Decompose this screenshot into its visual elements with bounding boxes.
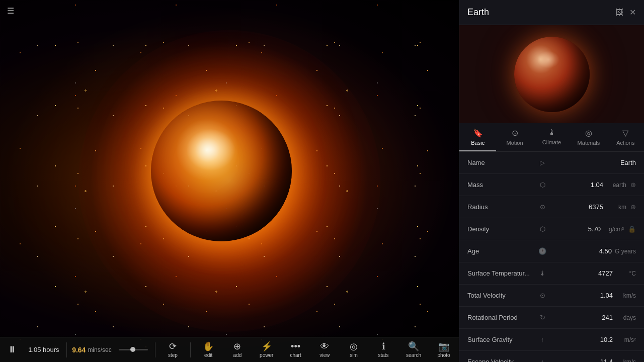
prop-surface-temp-unit: °C <box>616 270 636 277</box>
photo-icon: 📷 <box>438 342 449 351</box>
panel-close-icon[interactable]: ✕ <box>629 8 636 17</box>
prop-escape-velocity-value: 11.4 <box>551 358 613 362</box>
prop-mass-icon: ⬡ <box>538 181 547 189</box>
prop-escape-velocity-icon: ↑ <box>538 358 547 362</box>
prop-escape-velocity-unit: km/s <box>616 358 636 363</box>
power-button[interactable]: ⚡ power <box>252 337 281 363</box>
prop-mass-unit: earth <box>606 182 626 189</box>
step-button[interactable]: ⟳ step <box>158 337 187 363</box>
edit-label: edit <box>204 352 212 358</box>
prop-age-icon: 🕐 <box>538 247 547 255</box>
prop-mass-action[interactable]: ⊕ <box>630 181 636 189</box>
edit-button[interactable]: ✋ edit <box>194 337 223 363</box>
panel-image-icon[interactable]: 🖼 <box>615 8 623 17</box>
photo-label: photo <box>438 352 450 358</box>
tab-basic[interactable]: 🔖 Basic <box>459 123 496 151</box>
prop-surface-gravity-value: 10.2 <box>551 336 613 343</box>
chart-label: chart <box>290 352 301 358</box>
prop-age-unit: G years <box>615 248 636 255</box>
prop-name[interactable]: Name ▷ Earth <box>459 152 644 174</box>
tab-basic-icon: 🔖 <box>473 128 483 138</box>
tab-motion-label: Motion <box>507 140 523 146</box>
planet[interactable] <box>151 101 292 241</box>
prop-radius[interactable]: Radius ⊙ 6375 km ⊕ <box>459 196 644 218</box>
prop-name-label: Name <box>467 159 538 166</box>
prop-surface-temp[interactable]: Surface Temperatur... 🌡 4727 °C <box>459 262 644 285</box>
prop-name-icon: ▷ <box>538 159 547 166</box>
prop-surface-temp-value: 4727 <box>551 269 613 277</box>
prop-age[interactable]: Age 🕐 4.50 G years <box>459 240 644 262</box>
tab-climate-icon: 🌡 <box>548 128 556 137</box>
prop-radius-value: 6375 <box>551 203 603 211</box>
power-label: power <box>260 352 273 358</box>
prop-rotational-period-value: 241 <box>551 314 613 321</box>
prop-total-velocity[interactable]: Total Velocity ⊙ 1.04 km/s <box>459 285 644 307</box>
hamburger-menu[interactable]: ☰ <box>7 6 14 16</box>
tab-motion[interactable]: ⊙ Motion <box>496 123 533 151</box>
properties-list: Name ▷ Earth Mass ⬡ 1.04 earth ⊕ Radius … <box>459 152 644 362</box>
add-label: add <box>233 352 242 358</box>
sim-button[interactable]: ◎ sim <box>339 337 368 363</box>
edit-icon: ✋ <box>203 342 214 351</box>
panel-tabs: 🔖 Basic ⊙ Motion 🌡 Climate ◎ Materials ▽… <box>459 123 644 152</box>
add-button[interactable]: ⊕ add <box>223 337 252 363</box>
prop-surface-gravity-unit: m/s² <box>616 336 636 343</box>
prop-radius-action[interactable]: ⊕ <box>630 203 636 211</box>
toolbar-separator-2 <box>155 342 155 357</box>
photo-button[interactable]: 📷 photo <box>429 337 459 363</box>
panel-header: Earth 🖼 ✕ <box>459 0 644 25</box>
prop-surface-gravity[interactable]: Surface Gravity ↑ 10.2 m/s² <box>459 329 644 351</box>
toolbar-separator <box>66 342 67 357</box>
tab-materials-icon: ◎ <box>585 128 592 138</box>
prop-density-icon: ⬡ <box>538 225 547 233</box>
prop-density-action[interactable]: 🔒 <box>628 225 636 233</box>
chart-button[interactable]: ••• chart <box>281 337 310 363</box>
prop-rotational-period[interactable]: Rotational Period ↻ 241 days <box>459 307 644 329</box>
search-button[interactable]: 🔍 search <box>398 337 429 363</box>
toolbar-right: ℹ stats 🔍 search 📷 photo <box>368 337 459 363</box>
prop-mass[interactable]: Mass ⬡ 1.04 earth ⊕ <box>459 174 644 196</box>
prop-escape-velocity[interactable]: Escape Velocity ↑ 11.4 km/s <box>459 351 644 362</box>
prop-density-value: 5.70 <box>551 225 601 233</box>
panel-title: Earth <box>467 7 615 18</box>
prop-escape-velocity-label: Escape Velocity <box>467 358 538 362</box>
tab-climate-label: Climate <box>542 139 561 145</box>
toolbar-separator-3 <box>190 342 191 357</box>
prop-age-label: Age <box>467 247 538 255</box>
view-button[interactable]: 👁 view <box>310 337 339 363</box>
tab-actions[interactable]: ▽ Actions <box>607 123 644 151</box>
pause-button[interactable]: ⏸ <box>0 337 24 363</box>
planet-highlight <box>186 129 235 171</box>
prop-age-value: 4.50 <box>551 247 612 255</box>
speed-slider[interactable] <box>119 349 148 350</box>
prop-surface-gravity-icon: ↑ <box>538 336 547 343</box>
prop-surface-gravity-label: Surface Gravity <box>467 336 538 343</box>
prop-total-velocity-icon: ⊙ <box>538 292 547 299</box>
prop-radius-icon: ⊙ <box>538 203 547 211</box>
prop-radius-label: Radius <box>467 203 538 211</box>
prop-density[interactable]: Density ⬡ 5.70 g/cm³ 🔒 <box>459 218 644 240</box>
prop-rotational-period-unit: days <box>616 314 636 321</box>
sim-icon: ◎ <box>350 342 358 351</box>
power-icon: ⚡ <box>261 342 272 351</box>
tab-materials[interactable]: ◎ Materials <box>570 123 607 151</box>
prop-total-velocity-label: Total Velocity <box>467 292 538 299</box>
thumbnail-highlight <box>537 51 559 68</box>
prop-name-value: Earth <box>551 159 636 166</box>
planet-thumbnail <box>459 25 644 123</box>
prop-density-unit: g/cm³ <box>604 226 624 233</box>
prop-rotational-period-label: Rotational Period <box>467 314 538 321</box>
prop-total-velocity-unit: km/s <box>616 292 636 299</box>
tab-climate[interactable]: 🌡 Climate <box>533 123 570 151</box>
planet-container[interactable] <box>151 101 292 241</box>
search-icon: 🔍 <box>408 342 419 351</box>
step-icon: ⟳ <box>169 342 177 351</box>
info-panel: Earth 🖼 ✕ 🔖 Basic ⊙ Motion 🌡 Climate ◎ M… <box>459 0 644 362</box>
stats-label: stats <box>378 352 388 358</box>
tab-motion-icon: ⊙ <box>512 128 518 138</box>
view-icon: 👁 <box>320 342 329 351</box>
stats-button[interactable]: ℹ stats <box>368 337 398 363</box>
tab-materials-label: Materials <box>578 140 600 146</box>
stats-icon: ℹ <box>382 342 385 351</box>
time-display: 1.05 hours <box>28 346 63 353</box>
